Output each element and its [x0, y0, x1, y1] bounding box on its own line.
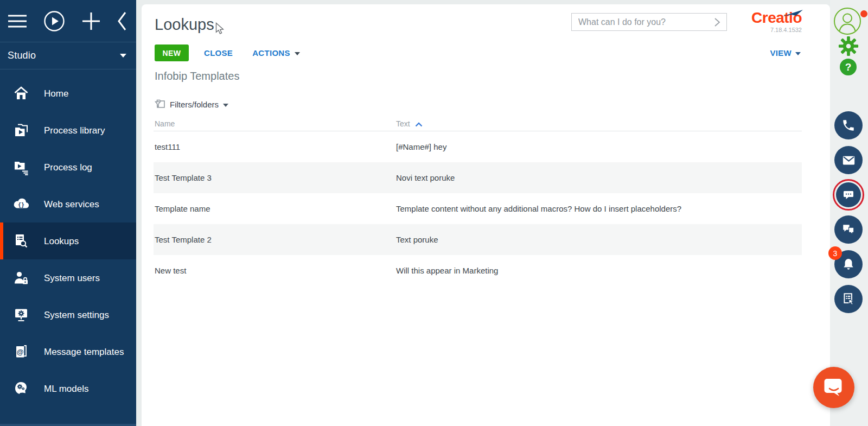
- message-templates-icon: @: [12, 344, 30, 360]
- sidebar-item-ml-models[interactable]: ML models: [0, 370, 136, 407]
- logo-arrow-icon: [781, 5, 804, 21]
- workplace-label: Studio: [8, 50, 36, 61]
- grid-header: Name Text: [154, 117, 802, 131]
- lookup-grid: Name Text test111 [#Name#] hey Test Temp…: [154, 117, 802, 286]
- chevron-down-icon: [795, 52, 801, 55]
- chat-icon[interactable]: [836, 182, 861, 207]
- version-label: 7.18.4.1532: [737, 27, 802, 33]
- process-tasks-icon[interactable]: [834, 285, 863, 313]
- table-row[interactable]: Template name Template content without a…: [154, 193, 802, 224]
- sidebar-item-system-users[interactable]: System users: [0, 259, 136, 296]
- add-icon[interactable]: [82, 12, 100, 30]
- chat-icon-active-ring: [833, 179, 864, 211]
- ml-models-icon: [12, 380, 30, 397]
- command-line: [571, 13, 727, 31]
- process-library-icon: [12, 122, 30, 138]
- section-title: Infobip Templates: [155, 70, 239, 82]
- sidebar-item-web-services[interactable]: {} Web services: [0, 186, 136, 222]
- sidebar-item-process-library[interactable]: Process library: [0, 112, 136, 149]
- table-row[interactable]: Test Template 2 Text poruke: [154, 224, 802, 255]
- filters-folders-button[interactable]: Filters/folders: [155, 98, 228, 111]
- left-sidebar: Studio Home Process library Process log …: [0, 0, 136, 426]
- workplace-selector[interactable]: Studio: [0, 42, 136, 69]
- main-content-card: Lookups NEW CLOSE ACTIONS Infobip Templa…: [142, 4, 830, 426]
- settings-gear-icon[interactable]: [838, 36, 859, 59]
- hamburger-menu-icon[interactable]: [8, 12, 27, 30]
- sidebar-item-process-log[interactable]: Process log: [0, 149, 136, 186]
- intercom-chat-icon: [823, 377, 845, 398]
- mail-icon[interactable]: [834, 146, 863, 174]
- view-button[interactable]: VIEW: [770, 48, 801, 58]
- sidebar-nav: Home Process library Process log {} Web …: [0, 75, 136, 407]
- notification-badge: 3: [828, 246, 842, 260]
- new-button[interactable]: NEW: [155, 44, 189, 61]
- sidebar-item-lookups[interactable]: Lookups: [0, 222, 136, 259]
- view-label: VIEW: [770, 48, 792, 58]
- page-title: Lookups: [155, 16, 214, 34]
- intercom-chat-button[interactable]: [813, 367, 854, 408]
- table-row[interactable]: New test Will this appear in Marketing: [154, 255, 802, 286]
- filters-folders-label: Filters/folders: [170, 100, 219, 109]
- column-header-text[interactable]: Text: [396, 119, 802, 129]
- close-button[interactable]: CLOSE: [204, 48, 233, 58]
- notification-dot: [860, 10, 867, 17]
- collapse-sidebar-icon[interactable]: [117, 11, 127, 31]
- system-users-icon: [12, 270, 30, 286]
- right-rail: ? 3: [830, 0, 868, 426]
- search-input[interactable]: [572, 17, 708, 27]
- actions-button[interactable]: ACTIONS: [252, 48, 300, 58]
- sidebar-item-message-templates[interactable]: @ Message templates: [0, 333, 136, 370]
- run-process-icon[interactable]: [43, 10, 65, 32]
- sort-asc-icon: [415, 120, 423, 129]
- svg-text:@: @: [17, 348, 24, 356]
- lookups-icon: [12, 233, 30, 249]
- chevron-down-icon: [223, 104, 228, 107]
- creatio-logo: Creatio 7.18.4.1532: [737, 10, 802, 33]
- help-icon[interactable]: ?: [840, 59, 857, 75]
- table-row[interactable]: test111 [#Name#] hey: [154, 131, 802, 162]
- column-header-name[interactable]: Name: [154, 119, 396, 128]
- phone-icon[interactable]: [834, 111, 863, 139]
- chevron-down-icon: [120, 54, 126, 58]
- user-avatar[interactable]: [833, 7, 861, 37]
- actions-label: ACTIONS: [252, 48, 290, 58]
- home-icon: [12, 85, 30, 101]
- sidebar-item-home[interactable]: Home: [0, 75, 136, 112]
- search-submit-icon[interactable]: [708, 14, 726, 30]
- filter-folder-icon: [155, 98, 165, 111]
- sidebar-toolbar: [0, 0, 136, 42]
- mouse-cursor: [215, 22, 225, 37]
- system-settings-icon: [12, 307, 30, 323]
- chats-icon[interactable]: [834, 215, 863, 244]
- bell-icon[interactable]: 3: [834, 250, 863, 278]
- chevron-down-icon: [295, 52, 300, 55]
- sidebar-item-system-settings[interactable]: System settings: [0, 296, 136, 333]
- process-log-icon: [12, 159, 30, 175]
- svg-text:{}: {}: [18, 202, 24, 208]
- toolbar: NEW CLOSE ACTIONS: [155, 44, 300, 61]
- web-services-icon: {}: [12, 196, 30, 212]
- table-row[interactable]: Test Template 3 Novi text poruke: [154, 162, 802, 193]
